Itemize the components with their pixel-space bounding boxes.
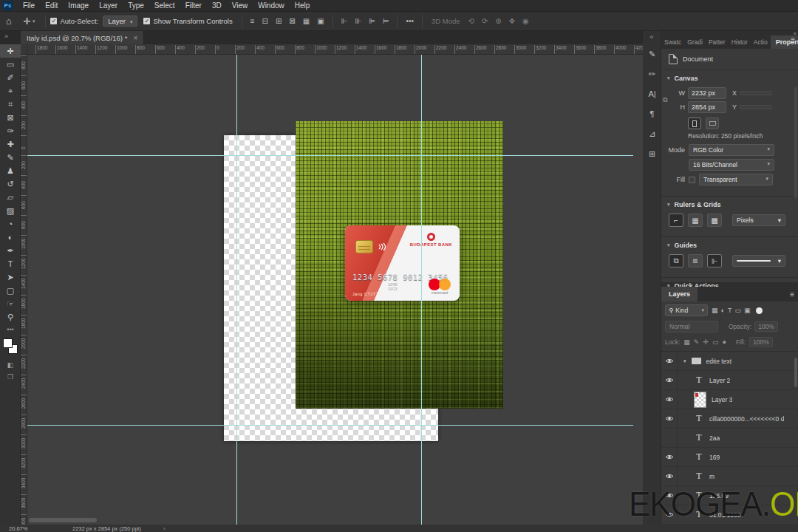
layer-name[interactable]: 169 <box>709 454 720 461</box>
brushes-panel-icon[interactable]: ✎ <box>643 45 661 63</box>
filter-toggle-switch[interactable] <box>756 307 763 314</box>
menu-image[interactable]: Image <box>63 1 94 10</box>
align-icon-5[interactable]: ▣ <box>313 17 327 25</box>
lock-icon-3[interactable]: ▭ <box>712 338 719 346</box>
horizontal-guide[interactable] <box>27 155 633 156</box>
lock-icon-1[interactable]: ✎ <box>694 338 700 346</box>
foreground-background-swatches[interactable] <box>0 337 21 359</box>
color-mode-dropdown[interactable]: RGB Color▾ <box>689 144 774 156</box>
layer-filter-icon-0[interactable]: ▦ <box>710 307 720 314</box>
crop-tool[interactable]: ⌗ <box>0 98 21 111</box>
tab-actio[interactable]: Actio <box>751 35 771 49</box>
tab-swatc[interactable]: Swatc <box>661 35 684 49</box>
bit-depth-dropdown[interactable]: 16 Bits/Channel▾ <box>689 159 774 171</box>
tab-overflow-chevron-icon[interactable]: » <box>4 33 8 40</box>
tab-close-icon[interactable]: × <box>133 34 137 42</box>
landscape-orientation-button[interactable] <box>706 117 719 129</box>
layer-row[interactable]: T169 <box>661 448 798 467</box>
fill-dropdown[interactable]: Transparent▾ <box>699 174 773 185</box>
properties-scrollbar[interactable] <box>794 87 797 198</box>
align-icon-1[interactable]: ⊟ <box>259 17 272 25</box>
layer-row[interactable]: ▾edite text <box>661 352 798 371</box>
layer-name[interactable]: cilla0000000...<<<<<<<0 d <box>709 415 784 423</box>
fill-value[interactable]: 100% <box>749 337 773 347</box>
menu-edit[interactable]: Edit <box>40 1 63 10</box>
zoom-level-field[interactable]: 20.67% <box>9 525 38 532</box>
align-icon-0[interactable]: ≡ <box>247 17 259 25</box>
visibility-toggle[interactable] <box>661 467 678 486</box>
layer-name[interactable]: m <box>709 473 715 480</box>
guide-style-dropdown[interactable]: ▾ <box>732 255 785 267</box>
3d-mode-icon-1[interactable]: ⟳ <box>478 17 491 25</box>
expand-panels-chevron-icon[interactable]: « <box>643 31 661 45</box>
layer-thumbnail[interactable] <box>694 392 706 408</box>
show-transform-checkbox[interactable]: ✓ <box>143 18 150 24</box>
scrollbar-thumb[interactable] <box>29 518 97 522</box>
opacity-value[interactable]: 100% <box>754 321 778 332</box>
fill-checkbox[interactable] <box>689 177 695 183</box>
layer-name[interactable]: edite text <box>706 358 732 365</box>
lock-guides-button[interactable]: ⊩ <box>707 254 722 267</box>
layer-row[interactable]: Tcilla0000000...<<<<<<<0 d <box>661 409 798 429</box>
collapse-panels-chevron-icon[interactable]: » <box>794 30 797 37</box>
brush-tool[interactable]: ✎ <box>0 151 21 164</box>
clone-stamp-tool[interactable]: ♟ <box>0 164 21 177</box>
eyedropper-tool[interactable]: ✑ <box>0 124 21 137</box>
visibility-toggle[interactable] <box>661 390 678 409</box>
layer-filter-icon-3[interactable]: ▭ <box>733 307 743 314</box>
portrait-orientation-button[interactable] <box>688 117 701 129</box>
height-field[interactable]: 2854 px <box>688 101 726 113</box>
toggle-rulers-button[interactable]: ⌐ <box>669 214 683 227</box>
move-tool[interactable]: ✛ <box>0 44 21 58</box>
menu-3d[interactable]: 3D <box>207 1 227 10</box>
3d-mode-icon-2[interactable]: ⊕ <box>491 17 505 25</box>
kind-filter-dropdown[interactable]: ⚲Kind▾ <box>665 304 708 316</box>
glyphs-panel-icon[interactable]: ⊿ <box>643 125 661 143</box>
width-field[interactable]: 2232 px <box>688 87 726 99</box>
layer-row[interactable]: T2aa <box>661 429 798 448</box>
layer-name[interactable]: 2aa <box>709 434 720 442</box>
distribute-icon-2[interactable]: ⊫ <box>365 17 379 25</box>
distribute-icon-1[interactable]: ⊪ <box>351 17 365 25</box>
history-brush-tool[interactable]: ↺ <box>0 177 21 191</box>
lock-icon-4[interactable]: ● <box>722 338 726 346</box>
lasso-tool[interactable]: ✐ <box>0 71 21 84</box>
object-selection-tool[interactable]: ⌖ <box>0 84 21 98</box>
layer-filter-icon-4[interactable]: ▣ <box>743 307 752 314</box>
pasteboard[interactable]: BUDAPEST BANK 1234 5678 9012 3456 10/991… <box>27 55 643 525</box>
menu-file[interactable]: File <box>18 1 40 10</box>
brush-settings-panel-icon[interactable]: ✏ <box>643 65 661 83</box>
align-icon-2[interactable]: ⊞ <box>272 17 285 25</box>
photoshop-logo-icon[interactable]: Ps <box>2 1 13 10</box>
clear-guides-button[interactable]: ⧈ <box>688 254 703 267</box>
lock-icon-0[interactable]: ▦ <box>683 338 690 346</box>
screen-mode-button[interactable]: ❐ <box>0 371 21 383</box>
menu-select[interactable]: Select <box>149 1 180 10</box>
menu-filter[interactable]: Filter <box>180 1 207 10</box>
tab-gradi[interactable]: Gradi <box>684 35 706 49</box>
3d-mode-icon-4[interactable]: ◉ <box>519 17 533 25</box>
blend-mode-dropdown[interactable]: Normal <box>665 321 718 332</box>
layer-row[interactable]: TLayer 2 <box>661 371 798 390</box>
paragraph-panel-icon[interactable]: ¶ <box>643 105 661 123</box>
auto-select-checkbox[interactable]: ✓ <box>50 18 57 24</box>
hand-tool[interactable]: ☞ <box>0 297 21 310</box>
frame-tool[interactable]: ⊠ <box>0 111 21 124</box>
units-dropdown[interactable]: Pixels▾ <box>732 214 785 226</box>
layer-name[interactable]: Layer 2 <box>709 377 730 384</box>
toggle-grid-button[interactable]: ▦ <box>688 214 703 227</box>
visibility-toggle[interactable] <box>661 352 678 371</box>
credit-card-image-layer[interactable]: BUDAPEST BANK 1234 5678 9012 3456 10/991… <box>345 225 460 301</box>
visibility-toggle[interactable] <box>661 409 678 429</box>
tool-preset-chevron-icon[interactable]: ▾ <box>33 18 41 24</box>
path-select-tool[interactable]: ➤ <box>0 270 21 284</box>
more-options-icon[interactable]: ••• <box>402 17 417 25</box>
toggle-snap-button[interactable]: ▩ <box>707 214 722 227</box>
menu-window[interactable]: Window <box>253 1 290 10</box>
align-icon-4[interactable]: ▦ <box>299 17 313 25</box>
status-chevron-icon[interactable]: › <box>163 525 166 532</box>
horizontal-ruler[interactable]: 1800160014001200100080060040020002004006… <box>27 44 643 55</box>
edit-toolbar-icon[interactable]: ••• <box>0 324 21 335</box>
lock-icon-2[interactable]: ✛ <box>703 338 709 346</box>
layers-scrollbar[interactable] <box>794 358 797 387</box>
